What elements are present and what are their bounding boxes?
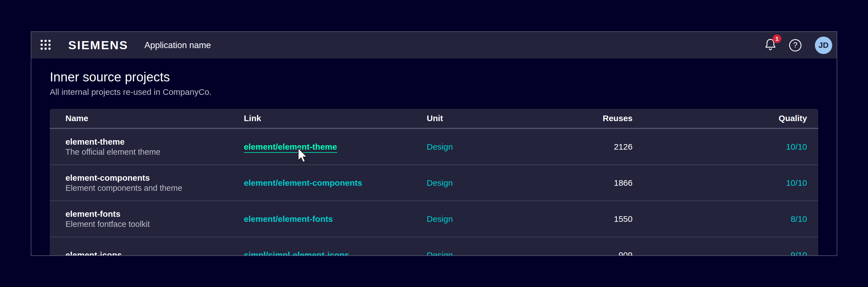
project-unit[interactable]: Design — [427, 214, 533, 224]
application-name: Application name — [145, 40, 211, 50]
table-header-row: Name Link Unit Reuses Quality — [50, 109, 818, 129]
project-description: Element components and theme — [65, 183, 244, 193]
project-reuses: 1866 — [533, 178, 632, 188]
project-name-cell: element-fonts Element fontface toolkit — [65, 209, 244, 229]
table-row: element-theme The official element theme… — [50, 129, 818, 165]
notifications-button[interactable]: 1 — [764, 38, 777, 53]
project-name-cell: element-theme The official element theme — [65, 137, 244, 157]
page-content: Inner source projects All internal proje… — [31, 69, 837, 256]
project-name: element-icons — [65, 250, 244, 256]
project-link[interactable]: element/element-components — [244, 178, 362, 188]
column-header-quality: Quality — [632, 114, 807, 123]
project-name-cell: element-components Element components an… — [65, 173, 244, 193]
project-name: element-fonts — [65, 209, 244, 219]
column-header-unit: Unit — [427, 114, 533, 123]
project-link[interactable]: element/element-fonts — [244, 214, 333, 224]
project-link[interactable]: element/element-theme — [244, 142, 337, 152]
table-row: element-fonts Element fontface toolkit e… — [50, 201, 818, 237]
table-row: element-icons simpl/simpl-element-icons … — [50, 237, 818, 256]
app-header: SIEMENS Application name 1 ? JD — [31, 32, 837, 58]
project-unit[interactable]: Design — [427, 142, 533, 152]
project-name-cell: element-icons — [65, 250, 244, 256]
project-reuses: 2126 — [533, 142, 632, 152]
column-header-link: Link — [244, 114, 427, 123]
question-circle-icon: ? — [789, 39, 801, 52]
table-row: element-components Element components an… — [50, 165, 818, 201]
desktop-background: { "header": { "logo": "SIEMENS", "app_na… — [0, 0, 868, 287]
project-quality[interactable]: 10/10 — [632, 178, 807, 188]
help-button[interactable]: ? — [789, 39, 801, 52]
project-quality[interactable]: 10/10 — [632, 142, 807, 152]
project-quality[interactable]: 9/10 — [632, 250, 807, 256]
header-actions: 1 ? JD — [764, 37, 832, 54]
notification-count-badge: 1 — [773, 34, 781, 43]
project-reuses: 909 — [533, 250, 632, 256]
projects-table: Name Link Unit Reuses Quality element-th… — [50, 109, 818, 256]
column-header-reuses: Reuses — [533, 114, 632, 123]
project-unit[interactable]: Design — [427, 178, 533, 188]
column-header-name: Name — [65, 114, 244, 123]
page-title: Inner source projects — [50, 69, 818, 85]
app-window: SIEMENS Application name 1 ? JD — [31, 31, 837, 256]
project-reuses: 1550 — [533, 214, 632, 224]
page-subtitle: All internal projects re-used in Company… — [50, 87, 818, 97]
project-description: The official element theme — [65, 147, 244, 157]
help-glyph: ? — [793, 41, 797, 50]
avatar-initials: JD — [818, 41, 829, 50]
project-name: element-theme — [65, 137, 244, 147]
project-description: Element fontface toolkit — [65, 219, 244, 229]
siemens-logo: SIEMENS — [68, 38, 128, 52]
project-name: element-components — [65, 173, 244, 183]
project-unit[interactable]: Design — [427, 250, 533, 256]
user-avatar[interactable]: JD — [815, 37, 832, 54]
apps-grid-icon — [40, 39, 51, 51]
project-link[interactable]: simpl/simpl-element-icons — [244, 250, 349, 256]
project-quality[interactable]: 8/10 — [632, 214, 807, 224]
app-launcher-button[interactable] — [40, 40, 51, 51]
